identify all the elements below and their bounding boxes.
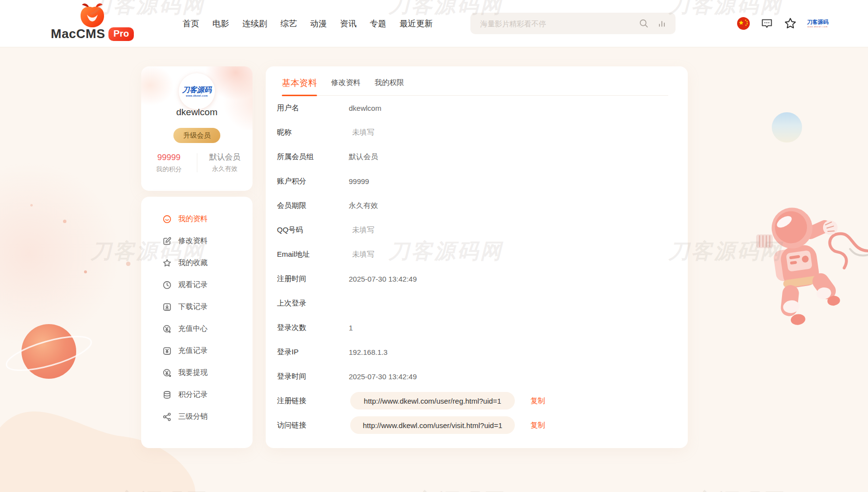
blue-planet-decor	[772, 112, 802, 143]
field-value: 1	[349, 324, 353, 332]
sidebar-item-label: 观看记录	[178, 280, 208, 289]
sidebar-item-2[interactable]: 修改资料	[162, 230, 253, 252]
profile-tabs: 基本资料 修改资料 我的权限	[282, 66, 668, 96]
field-row: 会员期限永久有效	[266, 193, 688, 218]
link-value-box[interactable]: http://www.dkewl.com/user/reg.html?uid=1	[350, 392, 515, 410]
member-group-label: 永久有效	[197, 165, 253, 172]
link-url: http://www.dkewl.com/user/reg.html?uid=1	[364, 397, 501, 405]
nav-item-2[interactable]: 电影	[212, 18, 229, 29]
field-label: 登录时间	[277, 372, 349, 381]
field-row: 账户积分99999	[266, 169, 688, 193]
dot-decor	[30, 204, 33, 206]
top-navbar: MacCMS Pro 首页电影连续剧综艺动漫资讯专题最近更新	[0, 0, 868, 47]
sidebar-item-1[interactable]: 我的资料	[162, 208, 253, 230]
points-icon	[162, 390, 172, 400]
points-value: 99999	[141, 153, 197, 162]
field-row: 注册时间2025-07-30 13:42:49	[266, 266, 688, 291]
language-flag-icon[interactable]	[737, 17, 750, 30]
tab-basic-info[interactable]: 基本资料	[282, 77, 317, 95]
sidebar-item-label: 下载记录	[178, 302, 208, 311]
field-row: 访问链接http://www.dkewl.com/user/visit.html…	[266, 413, 688, 437]
sidebar-item-label: 我的资料	[178, 214, 208, 224]
message-icon[interactable]	[760, 17, 774, 30]
field-value: 2025-07-30 13:42:49	[349, 372, 417, 381]
field-label: 访问链接	[277, 421, 349, 430]
copy-button[interactable]: 复制	[530, 396, 545, 406]
member-group-value: 默认会员	[197, 153, 253, 161]
partner-logo-text: 刀客源码	[807, 20, 828, 25]
pale-circle-decor	[0, 161, 122, 347]
sidebar-item-10[interactable]: 三级分销	[162, 406, 253, 428]
field-label: 注册时间	[277, 274, 349, 284]
favorite-star-icon[interactable]	[783, 17, 797, 30]
points-stat: 99999 我的积分	[141, 153, 197, 172]
field-value: 未填写	[349, 250, 374, 259]
username: dkewlcom	[141, 107, 253, 118]
nav-item-5[interactable]: 动漫	[310, 18, 327, 29]
nav-item-8[interactable]: 最近更新	[400, 18, 433, 29]
share-icon	[162, 412, 172, 422]
ladder-scrap	[756, 234, 773, 248]
field-label: Email地址	[277, 250, 349, 259]
field-value: 未填写	[349, 226, 374, 235]
field-row: Email地址未填写	[266, 242, 688, 266]
search-input[interactable]	[470, 13, 638, 34]
dot-decor	[84, 270, 87, 273]
field-label: 会员期限	[277, 201, 349, 210]
tab-edit-info[interactable]: 修改资料	[331, 78, 360, 95]
sidebar-item-6[interactable]: 充值中心	[162, 318, 253, 340]
nav-item-3[interactable]: 连续剧	[242, 18, 267, 29]
nav-item-7[interactable]: 专题	[370, 18, 386, 29]
main-content-card: 基本资料 修改资料 我的权限 用户名dkewlcom昵称未填写所属会员组默认会员…	[266, 66, 688, 448]
dot-decor	[126, 262, 130, 266]
sidebar-item-label: 我要提现	[178, 368, 208, 377]
field-row: QQ号码未填写	[266, 218, 688, 242]
sidebar-item-4[interactable]: 观看记录	[162, 274, 253, 296]
sidebar-menu-card: 我的资料修改资料我的收藏观看记录下载记录充值中心充值记录我要提现积分记录三级分销	[141, 197, 253, 448]
points-label: 我的积分	[141, 166, 197, 172]
watermark-text: 刀客源码网	[668, 487, 783, 492]
sidebar-item-label: 充值中心	[178, 324, 208, 333]
field-value: 默认会员	[349, 152, 378, 162]
field-label: 注册链接	[277, 396, 349, 406]
nav-item-6[interactable]: 资讯	[340, 18, 357, 29]
rank-chart-icon[interactable]	[657, 19, 667, 28]
sidebar-item-label: 积分记录	[178, 390, 208, 399]
sidebar-menu: 我的资料修改资料我的收藏观看记录下载记录充值中心充值记录我要提现积分记录三级分销	[141, 197, 253, 428]
tab-permissions[interactable]: 我的权限	[375, 78, 404, 95]
edit-icon	[162, 236, 172, 246]
avatar: 刀客源码 www.dkewl.com	[179, 73, 215, 109]
site-logo[interactable]: MacCMS Pro	[49, 2, 136, 41]
avatar-logo-url: www.dkewl.com	[186, 95, 208, 97]
field-row: 登录时间2025-07-30 13:42:49	[266, 364, 688, 389]
field-value: 永久有效	[349, 201, 378, 210]
clock-icon	[162, 280, 172, 290]
field-row: 所属会员组默认会员	[266, 144, 688, 169]
field-label: 登录IP	[277, 348, 349, 357]
partner-logo[interactable]: 刀客源码 www.dkewl.com	[807, 20, 828, 28]
watermark-text: 刀客源码网	[90, 487, 205, 492]
search-icon[interactable]	[638, 18, 649, 29]
field-label: 昵称	[277, 128, 349, 137]
sidebar-item-5[interactable]: 下载记录	[162, 296, 253, 318]
field-label: 所属会员组	[277, 152, 349, 162]
apple-logo-icon	[77, 2, 107, 28]
sidebar-item-3[interactable]: 我的收藏	[162, 252, 253, 274]
sidebar-item-9[interactable]: 积分记录	[162, 384, 253, 406]
recharge-record-icon	[162, 346, 172, 356]
sidebar-item-8[interactable]: 我要提现	[162, 362, 253, 384]
nav-item-4[interactable]: 综艺	[280, 18, 297, 29]
field-label: 账户积分	[277, 177, 349, 186]
field-label: QQ号码	[277, 226, 349, 235]
field-label: 登录次数	[277, 323, 349, 332]
field-value: 192.168.1.3	[349, 348, 387, 356]
sidebar-item-7[interactable]: 充值记录	[162, 340, 253, 362]
upgrade-member-button[interactable]: 升级会员	[173, 128, 220, 143]
nav-item-1[interactable]: 首页	[183, 18, 199, 29]
planet-decor	[4, 311, 102, 394]
dot-decor	[63, 220, 66, 223]
field-value: dkewlcom	[349, 104, 381, 112]
field-value: 未填写	[349, 128, 374, 137]
copy-button[interactable]: 复制	[530, 421, 545, 430]
link-value-box[interactable]: http://www.dkewl.com/user/visit.html?uid…	[350, 416, 515, 434]
